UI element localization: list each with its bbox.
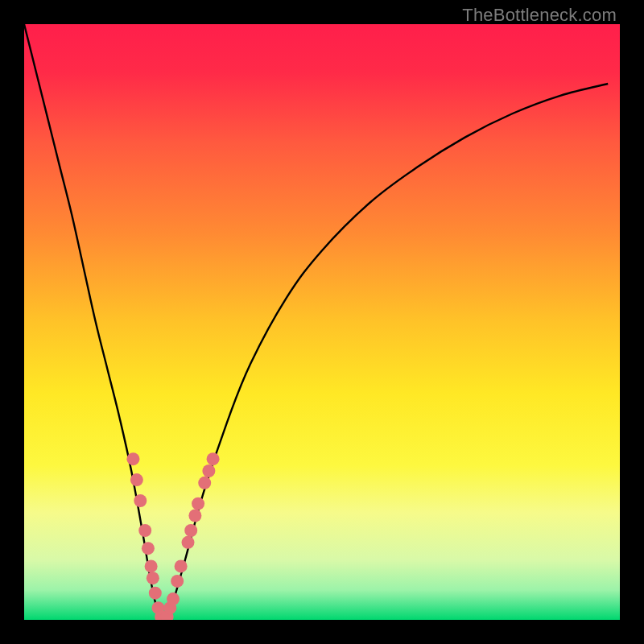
highlight-dot bbox=[149, 587, 162, 600]
highlight-dot bbox=[198, 477, 211, 489]
highlight-dot bbox=[138, 524, 151, 537]
highlight-dot bbox=[130, 473, 143, 486]
highlight-dot bbox=[126, 452, 139, 465]
highlight-dot bbox=[147, 572, 159, 584]
chart-frame: TheBottleneck.com bbox=[0, 0, 644, 644]
highlight-dots bbox=[126, 452, 219, 620]
highlight-dot bbox=[171, 575, 184, 588]
highlight-dot bbox=[184, 524, 197, 537]
highlight-dot bbox=[188, 510, 201, 522]
highlight-dot bbox=[142, 542, 155, 555]
bottleneck-curve bbox=[24, 24, 608, 620]
highlight-dot bbox=[134, 494, 147, 507]
watermark-text: TheBottleneck.com bbox=[462, 5, 617, 26]
highlight-dot bbox=[192, 497, 204, 510]
highlight-dot bbox=[182, 536, 195, 549]
highlight-dot bbox=[145, 559, 158, 572]
highlight-dot bbox=[167, 592, 180, 605]
highlight-dot bbox=[207, 452, 220, 465]
highlight-dot bbox=[202, 464, 215, 477]
highlight-dot bbox=[175, 559, 188, 572]
plot-area bbox=[24, 24, 620, 620]
curve-layer bbox=[24, 24, 620, 620]
